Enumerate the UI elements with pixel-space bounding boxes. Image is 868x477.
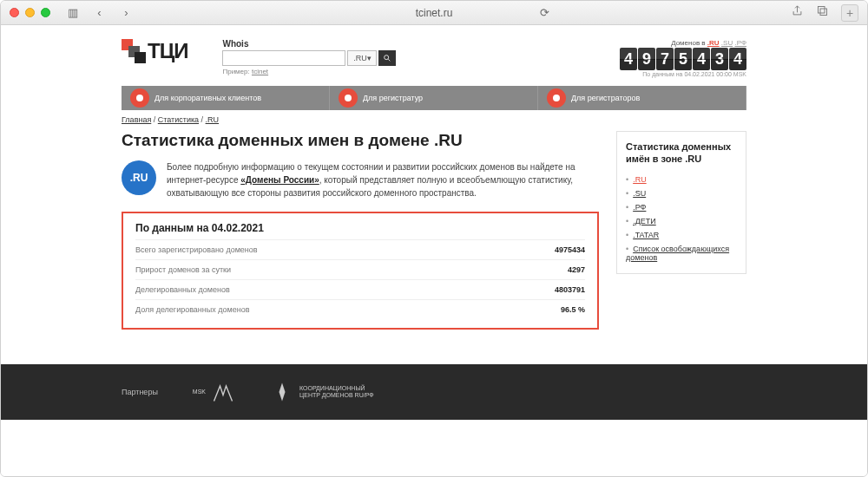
nav-icon [130,88,149,108]
intro-link[interactable]: «Домены России» [240,175,319,185]
nav-icon [547,88,566,108]
address-bar[interactable]: tcinet.ru [416,7,453,19]
svg-rect-0 [819,7,825,14]
forward-icon[interactable]: › [120,6,133,19]
whois-example: Пример: tcinet [222,68,396,75]
sidebar-link[interactable]: Список освобождающихся доменов [626,245,729,262]
sidebar-list: .RU.SU.РФ.ДЕТИ.TATARСписок освобождающих… [626,173,737,265]
stat-value: 4297 [568,265,585,274]
stat-value: 4803791 [555,285,585,294]
stat-value: 4975434 [555,245,585,254]
counter-digit: 3 [711,48,728,70]
sidebar-link[interactable]: .RU [633,175,647,184]
stat-row: Делегированных доменов4803791 [135,280,585,300]
counter-digit: 4 [729,48,746,70]
sidebar-link[interactable]: .SU [633,189,646,198]
sidebar-title: Статистика доменных имён в зоне .RU [626,140,737,166]
logo-mark-icon [122,39,146,63]
sidebar-link[interactable]: .РФ [633,203,646,212]
nav-item[interactable]: Для корпоративных клиентов [122,86,330,110]
sidebar-item[interactable]: .TATAR [626,228,737,242]
sidebar-item[interactable]: .RU [626,173,737,186]
counter-digit: 4 [693,48,710,70]
site-header: ТЦИ Whois .RU ▾ Пример: tcinet До [122,34,746,86]
sidebar: Статистика доменных имён в зоне .RU .RU.… [616,131,746,274]
window-controls [10,8,50,17]
svg-point-5 [553,95,560,101]
sidebar-item[interactable]: .ДЕТИ [626,214,737,228]
stat-label: Прирост доменов за сутки [135,265,231,274]
partner-mskix[interactable]: MSK [193,380,235,404]
bc-home[interactable]: Главная [122,115,151,124]
reload-icon[interactable]: ⟳ [538,6,551,19]
stats-box: По данным на 04.02.2021 Всего зарегистри… [122,212,599,330]
titlebar: ▥ ‹ › tcinet.ru ⟳ + [1,1,867,25]
close-window[interactable] [10,8,19,17]
footer: Партнеры MSK КООРДИНАЦИОННЫЙ ЦЕНТР ДОМЕН… [1,364,867,420]
ru-badge-icon: .RU [122,160,156,195]
sidebar-toggle-icon[interactable]: ▥ [66,6,79,19]
viewport: ТЦИ Whois .RU ▾ Пример: tcinet До [1,25,867,476]
whois-label: Whois [222,39,396,49]
nav-item[interactable]: Для регистратур [330,86,538,110]
logo-text: ТЦИ [148,39,187,63]
sidebar-link[interactable]: .ДЕТИ [633,217,656,225]
svg-point-3 [136,95,143,101]
search-icon [383,54,391,62]
partner-cctld[interactable]: КООРДИНАЦИОННЫЙ ЦЕНТР ДОМЕНОВ RU/РФ [270,380,386,404]
intro-block: .RU Более подробную информацию о текущем… [122,160,599,199]
counter-date: По данным на 04.02.2021 00:00 MSK [620,71,746,77]
stat-row: Всего зарегистрировано доменов4975434 [135,240,585,260]
counter-zone-su[interactable]: .SU [721,39,733,47]
stats-title: По данным на 04.02.2021 [135,222,585,240]
counter-label: Доменов в .RU .SU .РФ [620,39,746,47]
partners-label: Партнеры [122,388,158,396]
counter-digit: 4 [620,48,637,70]
stat-label: Всего зарегистрировано доменов [135,245,258,254]
sidebar-item[interactable]: .РФ [626,200,737,214]
share-icon[interactable] [791,4,804,21]
stat-label: Делегированных доменов [135,285,230,294]
counter-digits: 4975434 [620,48,746,70]
whois-input[interactable] [222,50,345,66]
whois-example-link[interactable]: tcinet [252,68,268,75]
svg-rect-1 [820,9,827,16]
stat-label: Доля делегированных доменов [135,305,249,314]
counter-zone-rf[interactable]: .РФ [734,39,746,47]
bc-ru[interactable]: .RU [206,115,220,124]
sidebar-item[interactable]: .SU [626,186,737,200]
minimize-window[interactable] [25,8,35,17]
whois-tld-select[interactable]: .RU ▾ [347,50,377,66]
sidebar-item[interactable]: Список освобождающихся доменов [626,242,737,265]
stat-row: Прирост доменов за сутки4297 [135,260,585,280]
stats-rows: Всего зарегистрировано доменов4975434При… [135,240,585,319]
counter-digit: 9 [638,48,655,70]
domain-counter: Доменов в .RU .SU .РФ 4975434 По данным … [620,39,746,77]
stat-row: Доля делегированных доменов96.5 % [135,300,585,319]
whois-search-button[interactable] [378,50,396,66]
svg-point-4 [345,95,352,101]
back-icon[interactable]: ‹ [93,6,106,19]
rocket-icon [270,380,294,404]
stat-value: 96.5 % [561,305,585,314]
counter-digit: 5 [674,48,692,70]
bc-stat[interactable]: Статистика [158,115,199,124]
logo[interactable]: ТЦИ [122,39,187,63]
whois-widget: Whois .RU ▾ Пример: tcinet [222,39,396,75]
svg-point-2 [385,56,389,60]
intro-text: Более подробную информацию о текущем сос… [167,160,599,199]
nav-item[interactable]: Для регистраторов [538,86,746,110]
counter-zone-ru[interactable]: .RU [707,39,720,47]
page-title: Статистика доменных имен в домене .RU [122,131,599,150]
sidebar-link[interactable]: .TATAR [633,231,659,239]
maximize-window[interactable] [41,8,50,17]
breadcrumb: Главная / Статистика / .RU [122,115,746,124]
tabs-icon[interactable] [816,4,829,21]
browser-window: ▥ ‹ › tcinet.ru ⟳ + ТЦИ Whois [0,0,868,477]
counter-digit: 7 [656,48,674,70]
main-nav: Для корпоративных клиентовДля регистрату… [122,86,746,110]
nav-icon [339,88,358,108]
new-tab-button[interactable]: + [841,4,858,22]
